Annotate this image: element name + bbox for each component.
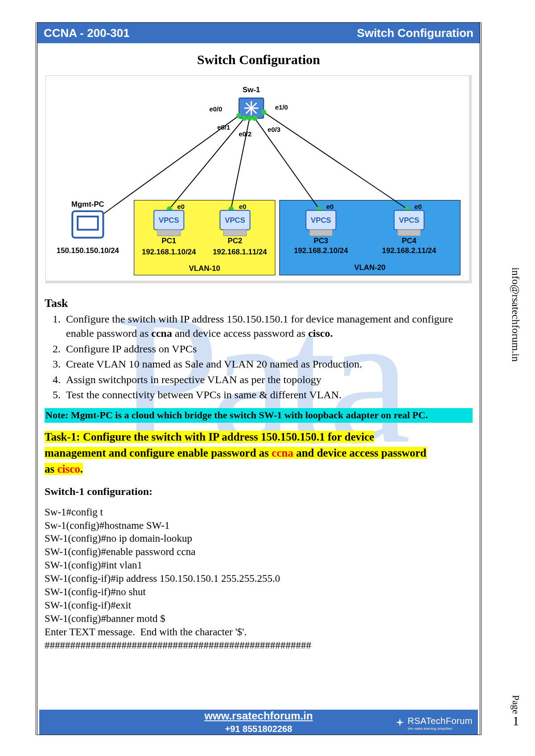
- footer-bar: www.rsatechforum.in +91 8551802268 RSATe…: [39, 710, 478, 735]
- mgmt-pc-ip: 150.150.150.10/24: [57, 246, 119, 255]
- task-item-3: Create VLAN 10 named as Sale and VLAN 20…: [63, 357, 473, 371]
- vlan10-label: VLAN-10: [189, 264, 220, 273]
- pc1-label: PC1: [161, 237, 176, 245]
- task-item-2: Configure IP address on VPCs: [63, 342, 473, 356]
- switch1-config-heading: Switch-1 configuration:: [45, 486, 473, 498]
- port-e01: e0/1: [217, 124, 230, 131]
- task-item-4: Assign switchports in respective VLAN as…: [63, 372, 473, 387]
- svg-point-10: [236, 113, 242, 119]
- pc3-ip: 192.168.2.10/24: [294, 246, 348, 255]
- pc4-label: PC4: [402, 237, 416, 245]
- svg-rect-23: [157, 230, 180, 236]
- pc2-port: e0: [239, 203, 246, 210]
- side-page-number: Page1: [510, 695, 522, 729]
- document-frame: Pata CCNA - 200-301 Switch Configuration…: [36, 22, 482, 735]
- compass-icon: [395, 717, 405, 727]
- footer-logo: RSATechForum We make learning simplified: [395, 714, 473, 731]
- port-e03: e0/3: [268, 126, 280, 133]
- switch1-config-code: Sw-1#config t Sw-1(config)#hostname SW-1…: [45, 506, 473, 652]
- page-title: Switch Configuration: [45, 52, 473, 67]
- pc2-label: PC2: [228, 237, 243, 245]
- task-heading: Task: [45, 297, 473, 310]
- svg-point-12: [247, 116, 252, 121]
- vlan20-label: VLAN-20: [354, 263, 386, 272]
- svg-point-13: [252, 116, 258, 121]
- task1-highlight: Task-1: Configure the switch with IP add…: [45, 429, 473, 478]
- pc2-ip: 192.168.1.11/24: [213, 248, 267, 256]
- footer-phone: +91 8551802268: [225, 724, 292, 734]
- mgmt-pc-label: Mgmt-PC: [71, 200, 104, 208]
- pc1-port: e0: [177, 203, 185, 210]
- pc3-port: e0: [326, 203, 333, 210]
- switch-label: Sw-1: [243, 86, 260, 94]
- task-item-5: Test the connectivity between VPCs in sa…: [63, 388, 473, 402]
- footer-url: www.rsatechforum.in: [204, 710, 313, 722]
- port-e10: e1/0: [275, 104, 288, 111]
- svg-text:VPCS: VPCS: [399, 216, 420, 225]
- svg-text:VPCS: VPCS: [159, 216, 179, 225]
- task-item-1: Configure the switch with IP address 150…: [63, 312, 473, 341]
- header-bar: CCNA - 200-301 Switch Configuration: [37, 23, 480, 43]
- svg-point-14: [261, 110, 266, 115]
- svg-rect-29: [309, 230, 332, 236]
- svg-line-6: [169, 119, 244, 209]
- svg-text:VPCS: VPCS: [225, 216, 245, 225]
- topology-diagram: Sw-1 e0/0: [45, 75, 472, 283]
- pc3-label: PC3: [314, 237, 329, 245]
- pc4-ip: 192.168.2.11/24: [382, 246, 436, 255]
- svg-text:VPCS: VPCS: [311, 216, 331, 225]
- svg-rect-32: [398, 230, 420, 236]
- note-highlight: Note: Mgmt-PC is a cloud which bridge th…: [45, 408, 473, 423]
- svg-point-11: [242, 116, 247, 121]
- side-email: info@rsatechforum.in: [510, 267, 522, 362]
- task-list: Configure the switch with IP address 150…: [61, 312, 473, 402]
- svg-rect-26: [223, 230, 246, 236]
- port-e02: e0/2: [239, 131, 251, 138]
- port-e00: e0/0: [210, 106, 222, 113]
- svg-line-8: [255, 119, 319, 209]
- pc1-ip: 192.168.1.10/24: [142, 248, 196, 256]
- content-area: Switch Configuration: [37, 43, 480, 652]
- header-left: CCNA - 200-301: [44, 26, 130, 40]
- header-right: Switch Configuration: [357, 26, 473, 40]
- pc4-port: e0: [414, 203, 421, 210]
